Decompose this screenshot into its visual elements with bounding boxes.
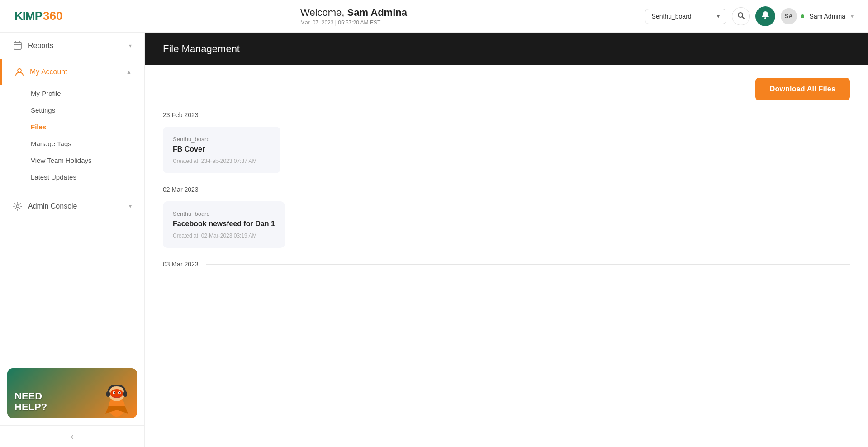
svg-point-7: [18, 69, 21, 72]
board-selected-label: Senthu_board: [652, 13, 692, 20]
date-divider-2: 02 Mar 2023: [163, 186, 850, 193]
svg-line-1: [742, 17, 744, 19]
sidebar-sub-item-view-team-holidays[interactable]: View Team Holidays: [0, 152, 144, 169]
download-all-button[interactable]: Download All Files: [755, 78, 850, 100]
file-created-1: Created at: 23-Feb-2023 07:37 AM: [173, 158, 270, 164]
main-layout: Reports ▾ My Account ▲ My Profile Settin…: [0, 33, 868, 447]
header-separator: |: [335, 19, 337, 26]
svg-point-14: [114, 392, 115, 394]
sidebar: Reports ▾ My Account ▲ My Profile Settin…: [0, 33, 145, 447]
date-label-3: 03 Mar 2023: [163, 261, 199, 268]
svg-rect-3: [14, 42, 21, 49]
my-account-chevron-icon: ▲: [126, 69, 132, 75]
page-title: File Management: [163, 43, 240, 55]
notification-button[interactable]: [755, 6, 775, 26]
file-card-1[interactable]: Senthu_board FB Cover Created at: 23-Feb…: [163, 127, 280, 173]
logo-360: 360: [43, 9, 62, 23]
admin-console-icon: [13, 201, 23, 211]
header-right: Senthu_board ▾ SA Sam Admina ▾: [645, 6, 854, 26]
sidebar-collapse-button[interactable]: ‹: [0, 425, 144, 447]
my-account-icon: [14, 67, 24, 77]
sidebar-item-admin-console[interactable]: Admin Console ▾: [0, 193, 144, 219]
sidebar-item-my-account[interactable]: My Account ▲: [0, 59, 144, 85]
download-btn-row: Download All Files: [163, 78, 850, 100]
settings-label: Settings: [31, 106, 55, 114]
search-icon: [737, 12, 745, 21]
logo-kimp: KIMP: [14, 9, 42, 23]
admin-console-chevron-icon: ▾: [129, 203, 132, 209]
header-time: 05:57:20 AM EST: [338, 19, 380, 26]
reports-icon: [13, 41, 23, 51]
file-name-2: Facebook newsfeed for Dan 1: [173, 220, 275, 228]
user-name-label: Sam Admina: [810, 13, 845, 20]
sidebar-bottom: NEED HELP?: [0, 361, 144, 447]
file-name-1: FB Cover: [173, 145, 270, 153]
content-body: Download All Files 23 Feb 2023 Senthu_bo…: [145, 65, 868, 447]
sidebar-divider: [0, 191, 144, 191]
latest-updates-label: Latest Updates: [31, 173, 76, 181]
reports-label: Reports: [28, 42, 123, 50]
file-board-2: Senthu_board: [173, 210, 275, 217]
svg-point-2: [764, 17, 766, 19]
sidebar-sub-item-settings[interactable]: Settings: [0, 102, 144, 119]
header-date: Mar. 07. 2023: [300, 19, 333, 26]
file-card-2[interactable]: Senthu_board Facebook newsfeed for Dan 1…: [163, 201, 285, 248]
logo: KIMP360: [14, 9, 62, 23]
file-board-1: Senthu_board: [173, 136, 270, 143]
date-group-3: 03 Mar 2023: [163, 261, 850, 268]
board-selector[interactable]: Senthu_board ▾: [645, 9, 726, 24]
file-created-2: Created at: 02-Mar-2023 03:19 AM: [173, 233, 275, 239]
sidebar-sub-item-manage-tags[interactable]: Manage Tags: [0, 135, 144, 152]
svg-rect-16: [106, 391, 110, 397]
svg-point-11: [110, 389, 123, 398]
view-team-holidays-label: View Team Holidays: [31, 157, 92, 164]
svg-point-15: [119, 392, 121, 394]
sidebar-sub-item-files[interactable]: Files: [0, 119, 144, 135]
my-profile-label: My Profile: [31, 90, 61, 97]
sidebar-sub-item-latest-updates[interactable]: Latest Updates: [0, 169, 144, 185]
date-line-1: [206, 115, 850, 115]
date-label-1: 23 Feb 2023: [163, 111, 199, 119]
date-line-3: [206, 264, 850, 265]
my-account-label: My Account: [30, 68, 121, 76]
bell-icon: [761, 11, 769, 21]
date-group-2: 02 Mar 2023 Senthu_board Facebook newsfe…: [163, 186, 850, 248]
user-chevron-icon: ▾: [851, 13, 854, 19]
svg-rect-17: [123, 391, 127, 397]
welcome-text: Welcome, Sam Admina: [300, 7, 407, 19]
header-center: Welcome, Sam Admina Mar. 07. 2023 | 05:5…: [300, 7, 407, 26]
date-divider-1: 23 Feb 2023: [163, 111, 850, 119]
need-help-line2: HELP?: [14, 402, 47, 413]
content-header: File Management: [145, 33, 868, 65]
manage-tags-label: Manage Tags: [31, 140, 71, 147]
sidebar-item-reports[interactable]: Reports ▾: [0, 33, 144, 59]
reports-chevron-icon: ▾: [129, 43, 132, 49]
date-line-2: [206, 190, 850, 190]
my-account-submenu: My Profile Settings Files Manage Tags Vi…: [0, 85, 144, 189]
top-header: KIMP360 Welcome, Sam Admina Mar. 07. 202…: [0, 0, 868, 33]
date-time-text: Mar. 07. 2023 | 05:57:20 AM EST: [300, 19, 407, 26]
online-status-dot: [801, 14, 804, 18]
collapse-icon: ‹: [71, 431, 74, 442]
search-button[interactable]: [732, 7, 750, 25]
date-divider-3: 03 Mar 2023: [163, 261, 850, 268]
user-area[interactable]: SA Sam Admina ▾: [781, 8, 854, 24]
board-chevron-icon: ▾: [717, 13, 720, 19]
content-area: File Management Download All Files 23 Fe…: [145, 33, 868, 447]
sidebar-sub-item-my-profile[interactable]: My Profile: [0, 85, 144, 102]
need-help-card[interactable]: NEED HELP?: [7, 368, 137, 418]
admin-console-label: Admin Console: [28, 202, 123, 210]
date-group-1: 23 Feb 2023 Senthu_board FB Cover Create…: [163, 111, 850, 173]
date-label-2: 02 Mar 2023: [163, 186, 199, 193]
files-label: Files: [31, 123, 46, 131]
welcome-prefix: Welcome,: [300, 7, 347, 18]
need-help-text: NEED HELP?: [7, 385, 54, 418]
need-help-line1: NEED: [14, 391, 47, 402]
help-character-illustration: [101, 377, 133, 418]
welcome-name: Sam Admina: [347, 7, 407, 18]
avatar: SA: [781, 8, 797, 24]
svg-point-8: [16, 205, 19, 208]
